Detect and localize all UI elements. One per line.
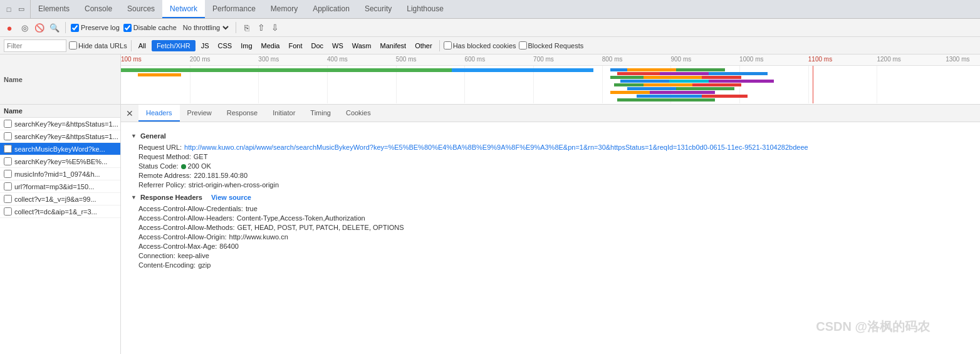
filter-fetch-xhr-btn[interactable]: Fetch/XHR [152, 40, 195, 51]
filter-js-btn[interactable]: JS [198, 41, 212, 51]
mark-1200ms: 1200 ms [877, 56, 900, 63]
request-row-2[interactable]: searchKey?key=&httpsStatus=1... [0, 130, 120, 143]
filter-other-btn[interactable]: Other [412, 41, 435, 51]
preserve-log-checkbox[interactable]: Preserve log [71, 24, 120, 32]
device-icon[interactable]: ▭ [16, 4, 26, 14]
grid-line [602, 66, 603, 103]
response-triangle: ▼ [131, 194, 137, 200]
detail-tab-cookies[interactable]: Cookies [338, 105, 378, 122]
request-row-8[interactable]: collect?t=dc&aip=1&_r=3... [0, 206, 120, 218]
mark-1100ms: 1100 ms [808, 56, 832, 63]
resp-header-row-0: Access-Control-Allow-Credentials: true [131, 205, 970, 212]
wf-bar-1 [121, 68, 593, 72]
filter-css-btn[interactable]: CSS [215, 41, 236, 51]
general-section-header[interactable]: ▼ General [131, 132, 970, 140]
mark-400ms: 400 ms [327, 56, 348, 63]
clear-button[interactable]: 🚫 [34, 22, 45, 33]
response-headers-section-header[interactable]: ▼ Response Headers View source [131, 194, 970, 201]
mark-100ms: 100 ms [121, 56, 142, 63]
resp-header-row-3: Access-Control-Allow-Origin: http://www.… [131, 233, 970, 241]
record-button[interactable]: ● [4, 22, 15, 33]
filter-font-btn[interactable]: Font [285, 41, 305, 51]
search-button[interactable]: 🔍 [49, 22, 60, 33]
resp-header-row-5: Connection: keep-alive [131, 252, 970, 259]
request-url-row: Request URL: http://www.kuwo.cn/api/www/… [131, 143, 970, 151]
status-dot [181, 164, 186, 169]
referrer-policy-row: Referrer Policy: strict-origin-when-cros… [131, 181, 970, 189]
mark-500ms: 500 ms [396, 56, 417, 63]
tab-sources[interactable]: Sources [120, 0, 162, 18]
mark-700ms: 700 ms [533, 56, 554, 63]
inspect-icon[interactable]: □ [4, 4, 14, 14]
mark-300ms: 300 ms [258, 56, 279, 63]
detail-close-btn[interactable]: ✕ [121, 108, 138, 118]
filter-manifest-btn[interactable]: Manifest [377, 41, 410, 51]
tab-memory[interactable]: Memory [263, 0, 305, 18]
filter-all-btn[interactable]: All [135, 41, 149, 51]
divider-2 [236, 22, 236, 33]
status-code-row: Status Code: 200 OK [131, 162, 970, 170]
filter-input[interactable] [4, 39, 66, 52]
left-pane: Name searchKey?key=&httpsStatus=1... sea… [0, 105, 121, 354]
divider-f [131, 40, 132, 51]
mark-1300ms: 1300 ms [946, 56, 969, 63]
request-row-4[interactable]: searchKey?key=%E5%BE%... [0, 155, 120, 168]
waterfall-bars [121, 66, 980, 103]
request-row-5[interactable]: musicInfo?mid=1_0974&h... [0, 168, 120, 180]
mark-900ms: 900 ms [670, 56, 691, 63]
mark-600ms: 600 ms [464, 56, 485, 63]
request-row-6[interactable]: url?format=mp3&id=150... [0, 180, 120, 193]
wifi-icon: ⎘ [241, 22, 253, 33]
wf-cluster [610, 68, 937, 103]
timeline-area: Name 100 ms 200 ms 300 ms 400 ms 500 ms … [0, 55, 980, 105]
request-row-3[interactable]: searchMusicBykeyWord?ke... [0, 143, 120, 155]
detail-tab-preview[interactable]: Preview [180, 105, 219, 122]
general-triangle: ▼ [131, 133, 137, 139]
resp-header-row-1: Access-Control-Allow-Headers: Content-Ty… [131, 214, 970, 222]
right-pane: ✕ Headers Preview Response Initiator Tim… [121, 105, 980, 354]
disable-cache-checkbox[interactable]: Disable cache [123, 24, 177, 32]
time-marker [813, 66, 813, 103]
filter-doc-btn[interactable]: Doc [308, 41, 326, 51]
blocked-requests-checkbox[interactable]: Blocked Requests [519, 41, 584, 49]
tab-elements[interactable]: Elements [31, 0, 77, 18]
tab-security[interactable]: Security [357, 0, 399, 18]
tab-network[interactable]: Network [162, 0, 205, 18]
hide-data-urls-checkbox[interactable]: Hide data URLs [69, 41, 127, 49]
filter-media-btn[interactable]: Media [258, 41, 283, 51]
divider-1 [65, 22, 66, 33]
view-source-link[interactable]: View source [211, 194, 251, 201]
detail-tab-timing[interactable]: Timing [303, 105, 338, 122]
filter-bar: Hide data URLs All Fetch/XHR JS CSS Img … [0, 37, 980, 55]
filter-ws-btn[interactable]: WS [329, 41, 347, 51]
stop-button[interactable]: ◎ [19, 22, 30, 33]
main-area: Name searchKey?key=&httpsStatus=1... sea… [0, 105, 980, 354]
wf-bar-2 [138, 73, 181, 76]
detail-tab-bar: ✕ Headers Preview Response Initiator Tim… [121, 105, 980, 122]
blocked-cookies-checkbox[interactable]: Has blocked cookies [444, 41, 516, 49]
tab-console[interactable]: Console [77, 0, 120, 18]
detail-content: ▼ General Request URL: http://www.kuwo.c… [121, 122, 980, 276]
request-row-7[interactable]: collect?v=1&_v=j9&a=99... [0, 193, 120, 206]
tab-application[interactable]: Application [305, 0, 357, 18]
timeline-ruler: 100 ms 200 ms 300 ms 400 ms 500 ms 600 m… [121, 55, 980, 66]
detail-tab-initiator[interactable]: Initiator [265, 105, 303, 122]
upload-icon[interactable]: ⇧ [256, 23, 266, 33]
throttle-select[interactable]: No throttling [180, 23, 231, 32]
resp-header-row-2: Access-Control-Allow-Methods: GET, HEAD,… [131, 224, 970, 231]
mark-200ms: 200 ms [190, 56, 211, 63]
detail-tab-headers[interactable]: Headers [138, 105, 180, 122]
filter-wasm-btn[interactable]: Wasm [349, 41, 375, 51]
timeline-chart: 100 ms 200 ms 300 ms 400 ms 500 ms 600 m… [121, 55, 980, 104]
detail-tab-response[interactable]: Response [219, 105, 266, 122]
mark-800ms: 800 ms [602, 56, 623, 63]
timeline-name-label: Name [0, 55, 121, 104]
request-row-1[interactable]: searchKey?key=&httpsStatus=1... [0, 118, 120, 130]
request-method-row: Request Method: GET [131, 153, 970, 160]
tab-performance[interactable]: Performance [205, 0, 263, 18]
remote-address-row: Remote Address: 220.181.59.40:80 [131, 172, 970, 179]
download-icon[interactable]: ⇩ [270, 23, 280, 33]
tab-lighthouse[interactable]: Lighthouse [399, 0, 451, 18]
filter-img-btn[interactable]: Img [237, 41, 255, 51]
mark-1000ms: 1000 ms [739, 56, 763, 63]
